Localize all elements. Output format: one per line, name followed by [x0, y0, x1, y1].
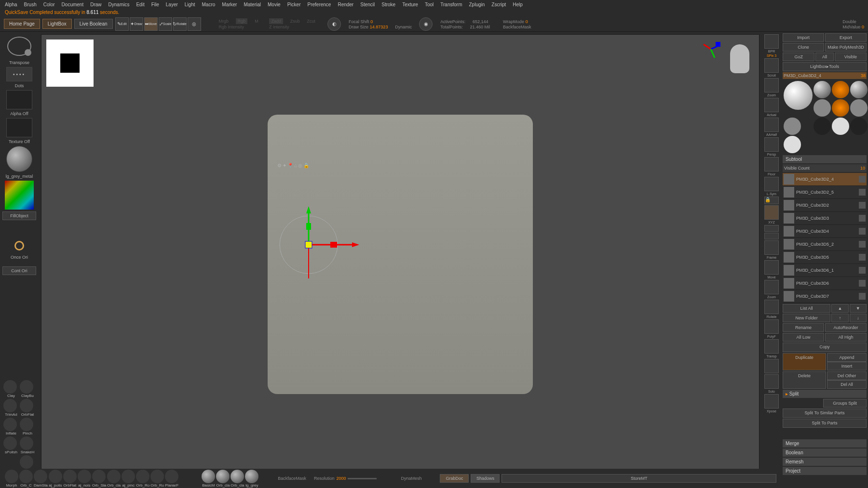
arrow-up-button[interactable]: ↑: [831, 314, 848, 322]
menu-stroke[interactable]: Stroke: [381, 2, 395, 7]
dot2-button[interactable]: [764, 233, 779, 239]
tool-thumb-11[interactable]: [784, 136, 801, 153]
import-button[interactable]: Import: [783, 33, 824, 42]
visibility-toggle[interactable]: [859, 228, 866, 235]
subtool-header[interactable]: Subtool: [783, 155, 867, 163]
mrgb-label[interactable]: Mrgb: [219, 19, 229, 24]
menu-zscript[interactable]: Zscript: [491, 2, 506, 7]
actual-button[interactable]: [764, 98, 779, 112]
texture-slot[interactable]: [6, 118, 32, 137]
ghost-button[interactable]: [764, 359, 779, 373]
home-icon[interactable]: ⌂: [294, 163, 297, 168]
brush-inflate[interactable]: [3, 418, 17, 431]
bpr-button[interactable]: [764, 34, 779, 49]
orientation-icon[interactable]: [14, 241, 24, 251]
tool-thumb-main[interactable]: [784, 81, 813, 110]
rotate-mode-button[interactable]: ↻Rotate: [173, 17, 187, 31]
brush-orbflat[interactable]: [20, 399, 33, 412]
subtool-item[interactable]: PM3D_Cube3D6_1: [783, 264, 867, 277]
insert-button[interactable]: Insert: [827, 362, 867, 370]
dynamesh-button[interactable]: DynaMesh: [401, 476, 421, 481]
menu-layer[interactable]: Layer: [166, 2, 178, 7]
menu-brush[interactable]: Brush: [24, 2, 37, 7]
dynamic-toggle[interactable]: Dynamic: [395, 25, 412, 29]
menu-dynamics[interactable]: Dynamics: [108, 2, 130, 7]
visibility-toggle[interactable]: [859, 293, 866, 300]
spix-value[interactable]: SPix 3: [763, 54, 780, 57]
subtool-item[interactable]: PM3D_Cube3D7: [783, 290, 867, 303]
reference-thumbnail[interactable]: [46, 40, 94, 87]
midvalue-value[interactable]: 0: [862, 25, 864, 29]
subtool-item[interactable]: PM3D_Cube3D5: [783, 251, 867, 264]
polyf-button[interactable]: [764, 319, 779, 334]
matcap-Orb_cla[interactable]: [231, 470, 244, 483]
tool-thumb-2[interactable]: [832, 81, 849, 98]
all-high-button[interactable]: All High: [825, 333, 867, 342]
tool-thumb-3[interactable]: [850, 81, 868, 98]
brush-DamSta[interactable]: [34, 470, 47, 483]
merge-header[interactable]: Merge: [783, 439, 867, 448]
fillobject-button[interactable]: FillObject: [2, 211, 36, 220]
visibility-toggle[interactable]: [859, 280, 866, 287]
brush-Orb_cla[interactable]: [107, 470, 121, 483]
goz-visible-button[interactable]: Visible: [835, 53, 867, 61]
target-icon[interactable]: ◎: [298, 163, 302, 168]
del-other-button[interactable]: Del Other: [827, 371, 867, 380]
zcut-toggle[interactable]: Zcut: [307, 19, 316, 24]
transpose-icon[interactable]: [7, 37, 31, 56]
visibility-toggle[interactable]: [859, 241, 866, 248]
subtool-item[interactable]: PM3D_Cube3D5_2: [783, 238, 867, 251]
brush-claybuildup[interactable]: [20, 380, 33, 394]
model-mesh[interactable]: ⚙ ✦ 📍 ⌂ ◎ 🔒: [268, 115, 533, 394]
split-header[interactable]: ▸ Split: [783, 390, 867, 398]
focal-shift-icon[interactable]: ◐: [327, 17, 341, 31]
double-toggle[interactable]: Double: [842, 19, 856, 24]
tool-thumb-10[interactable]: [850, 118, 868, 135]
new-folder-button[interactable]: New Folder: [783, 314, 830, 322]
all-low-button[interactable]: All Low: [783, 333, 824, 342]
menu-light[interactable]: Light: [185, 2, 195, 7]
menu-marker[interactable]: Marker: [222, 2, 237, 7]
goz-button[interactable]: GoZ: [783, 53, 814, 61]
menu-preference[interactable]: Preference: [307, 2, 331, 7]
tool-thumb-5[interactable]: [832, 99, 849, 117]
menu-draw[interactable]: Draw: [90, 2, 101, 7]
subtool-item[interactable]: PM3D_Cube3D2_5: [783, 186, 867, 199]
move-camera-button[interactable]: [764, 260, 779, 275]
move-up-button[interactable]: ▲: [831, 304, 848, 313]
lock-icon[interactable]: 🔒: [303, 163, 309, 168]
lightbox-button[interactable]: LightBox: [42, 19, 72, 29]
navigation-head[interactable]: [725, 40, 754, 78]
brush-PlanarF[interactable]: [165, 470, 178, 483]
brush-aj_nois[interactable]: [78, 470, 91, 483]
move-down-button[interactable]: ▼: [850, 304, 867, 313]
zoom-button[interactable]: [764, 78, 779, 92]
edit-mode-button[interactable]: ✎Edit: [115, 17, 129, 31]
home-page-button[interactable]: Home Page: [4, 19, 40, 29]
subtool-item[interactable]: PM3D_Cube3D2: [783, 199, 867, 212]
menu-file[interactable]: File: [151, 2, 159, 7]
live-boolean-button[interactable]: Live Boolean: [74, 19, 113, 29]
menu-macro[interactable]: Macro: [202, 2, 216, 7]
visibility-toggle[interactable]: [859, 215, 866, 222]
visibility-toggle[interactable]: [859, 202, 866, 209]
move-mode-button[interactable]: ⬌Move: [144, 17, 158, 31]
brush-pinch[interactable]: [20, 418, 33, 431]
matcap-BasicM[interactable]: [202, 470, 215, 483]
brush-zmodeler[interactable]: [20, 455, 33, 469]
menu-transform[interactable]: Transform: [440, 2, 462, 7]
make-polymesh-button[interactable]: Make PolyMesh3D: [825, 43, 867, 52]
tool-thumb-6[interactable]: [850, 99, 868, 117]
grabdoc-button[interactable]: GrabDoc: [440, 474, 469, 483]
menu-texture[interactable]: Texture: [402, 2, 418, 7]
split-parts-button[interactable]: Split To Parts: [783, 419, 867, 428]
brush-Orb_Sla[interactable]: [92, 470, 106, 483]
brush-Orb_C[interactable]: [19, 470, 33, 483]
goz-all-button[interactable]: All: [815, 53, 833, 61]
split-similar-button[interactable]: Split To Similar Parts: [783, 409, 867, 418]
menu-alpha[interactable]: Alpha: [5, 2, 17, 7]
wrap-mode-value[interactable]: 0: [526, 19, 528, 24]
menu-document[interactable]: Document: [62, 2, 84, 7]
subtool-item[interactable]: PM3D_Cube3D3: [783, 212, 867, 225]
zoom-camera-button[interactable]: [764, 280, 779, 294]
